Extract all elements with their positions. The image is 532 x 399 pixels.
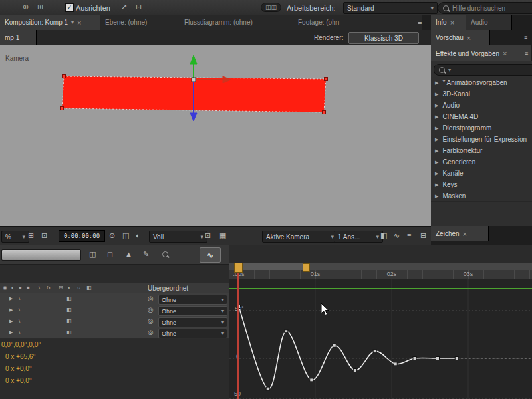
category-animationsvorgaben[interactable]: ▶* Animationsvorgaben	[431, 77, 532, 89]
layer-row[interactable]: ▶ \ ◧ ◎ Ohne ▾	[0, 293, 229, 305]
graph-keyframes[interactable]	[237, 305, 459, 391]
brush-icon[interactable]: ✎	[143, 251, 149, 258]
motion-blur-icon[interactable]: ▲	[125, 251, 132, 258]
close-icon[interactable]: ×	[503, 49, 507, 57]
twirl-icon[interactable]: ▶	[9, 296, 13, 301]
category-expression[interactable]: ▶Einstellungen für Expression	[431, 134, 532, 146]
parent-select[interactable]: Ohne ▾	[158, 329, 227, 338]
twirl-icon[interactable]: ▶	[435, 114, 438, 120]
threed-switch-icon[interactable]: ◧	[66, 319, 72, 324]
viewer-menu-icon[interactable]: ≡	[418, 19, 422, 26]
timeline-search-box[interactable]	[1, 249, 81, 261]
orientation-value[interactable]: 0,0°,0,0°,0,0°	[1, 341, 41, 348]
twirl-icon[interactable]: ▶	[435, 194, 438, 199]
twirl-icon[interactable]: ▶	[435, 171, 438, 176]
parent-select[interactable]: Ohne ▾	[158, 295, 227, 305]
work-area-end-handle[interactable]	[303, 263, 310, 272]
category-keys[interactable]: ▶Keys	[431, 179, 532, 191]
tab-flowchart[interactable]: Flussdiagramm: (ohne)	[180, 15, 303, 30]
pixel-aspect-icon[interactable]: ◧	[380, 232, 387, 239]
close-icon[interactable]: ×	[77, 19, 81, 27]
region-of-interest-icon[interactable]: ⊡	[205, 232, 211, 239]
layer-row[interactable]: ▶ \ ◧ ◎ Ohne ▾	[0, 316, 229, 328]
category-masken[interactable]: ▶Masken	[431, 190, 532, 202]
timeline-button-icon[interactable]: ≡	[407, 232, 411, 239]
z-rotation-value[interactable]: 0 x +0,0°	[5, 377, 32, 384]
twirl-icon[interactable]: ▶	[9, 330, 13, 334]
snapshot-icon[interactable]: ⊙	[109, 232, 115, 239]
align-checkbox[interactable]: ✓	[65, 3, 74, 12]
parent-select[interactable]: Ohne ▾	[158, 317, 227, 327]
flowchart-button-icon[interactable]: ⊟	[420, 232, 426, 239]
zoom-icon[interactable]	[162, 251, 168, 257]
tab-audio[interactable]: Audio	[466, 15, 512, 30]
threed-switch-icon[interactable]: ◧	[66, 307, 72, 313]
channels-icon[interactable]: ◐	[136, 232, 140, 239]
layer-row[interactable]: ▶ \ ◧ ◎ Ohne ▾	[0, 305, 229, 317]
composition-viewport[interactable]: Kamera	[0, 45, 431, 226]
workspace-select[interactable]: Standard ▾	[343, 2, 438, 14]
threed-switch-icon[interactable]: ◧	[66, 296, 72, 301]
twirl-icon[interactable]: ▶	[9, 319, 13, 323]
move-tool-icon[interactable]: ⊕	[23, 3, 29, 11]
close-icon[interactable]: ×	[463, 230, 467, 238]
tab-character[interactable]: Zeichen ×	[431, 226, 489, 241]
comp-mini-flow-icon[interactable]: ◫	[89, 251, 96, 258]
help-search-input[interactable]: Hilfe durchsuchen	[438, 2, 532, 14]
view-layout-select[interactable]: 1 Ans... ▾	[334, 231, 383, 243]
twirl-icon[interactable]: ▶	[435, 92, 438, 97]
z-axis-arrow-green[interactable]	[190, 55, 197, 80]
tab-footage[interactable]: Footage: (ohn	[293, 15, 422, 30]
tab-preview[interactable]: Vorschau ×	[431, 30, 490, 45]
resolution-select[interactable]: Voll ▾	[149, 231, 207, 243]
current-time-indicator[interactable]	[237, 263, 239, 399]
workspace-switcher-icon[interactable]: ◫◫	[261, 3, 281, 12]
mask-target-icon[interactable]: ⊡	[41, 232, 47, 239]
twirl-icon[interactable]: ▶	[9, 307, 13, 312]
category-generieren[interactable]: ▶Generieren	[431, 156, 532, 168]
y-rotation-value[interactable]: 0 x +0,0°	[5, 365, 32, 372]
grid-tool-icon[interactable]: ⊞	[37, 3, 43, 11]
twirl-icon[interactable]: ▶	[435, 126, 438, 131]
category-dienstprogramm[interactable]: ▶Dienstprogramm	[431, 122, 532, 134]
twirl-icon[interactable]: ▶	[435, 182, 438, 188]
cti-head-handle[interactable]	[234, 263, 243, 273]
tab-layer[interactable]: Ebene: (ohne)	[100, 15, 189, 30]
twirl-icon[interactable]: ▶	[435, 103, 438, 108]
zoom-select[interactable]: % ▾	[1, 231, 29, 243]
category-kanaele[interactable]: ▶Kanäle	[431, 168, 532, 180]
twirl-icon[interactable]: ▶	[435, 148, 438, 154]
panel-menu-icon[interactable]: ≡	[524, 35, 527, 41]
graph-editor-button[interactable]: ∿	[200, 247, 221, 263]
work-area-segment[interactable]	[237, 263, 306, 270]
show-snapshot-icon[interactable]: ◫	[122, 232, 129, 239]
tab-composition[interactable]: Komposition: Komp 1 ▾ ×	[0, 15, 110, 30]
close-icon[interactable]: ×	[450, 19, 454, 27]
twirl-icon[interactable]: ▶	[435, 137, 438, 142]
grid-guides-icon[interactable]: ⊞	[28, 232, 34, 239]
transparency-grid-icon[interactable]: ▦	[219, 232, 226, 239]
pickwhip-icon[interactable]: ◎	[148, 295, 154, 302]
camera-view-select[interactable]: Aktive Kamera ▾	[262, 231, 338, 243]
renderer-button[interactable]: Klassisch 3D	[348, 32, 419, 44]
pickwhip-icon[interactable]: ◎	[148, 307, 154, 313]
layer-row[interactable]: ▶ \ ◧ ◎ Ohne ▾	[0, 327, 229, 339]
pickwhip-icon[interactable]: ◎	[148, 318, 154, 325]
twirl-icon[interactable]: ▶	[435, 80, 438, 86]
arrange-windows-icon[interactable]: ↗	[121, 3, 127, 11]
effects-search-input[interactable]: ▾	[434, 64, 532, 76]
time-ruler[interactable]: :00s 01s 02s 03s	[229, 270, 532, 279]
parent-select[interactable]: Ohne ▾	[158, 306, 227, 316]
close-icon[interactable]: ×	[467, 34, 471, 42]
tab-effects-presets[interactable]: Effekte und Vorgaben ×	[431, 45, 531, 61]
category-farbkorrektur[interactable]: ▶Farbkorrektur	[431, 145, 532, 157]
anchor-point[interactable]	[192, 78, 196, 82]
draft-3d-icon[interactable]: ◻	[107, 251, 113, 258]
category-cinema-4d[interactable]: ▶CINEMA 4D	[431, 111, 532, 123]
region-of-interest-icon[interactable]: ⊡	[136, 3, 142, 11]
timecode-field[interactable]: 0:00:00:00	[59, 230, 105, 242]
category-3d-kanal[interactable]: ▶3D-Kanal	[431, 88, 532, 100]
graph-editor[interactable]: 50° 0 -50	[229, 279, 532, 399]
twirl-icon[interactable]: ▶	[435, 160, 438, 165]
panel-menu-icon[interactable]: ≡	[525, 51, 528, 57]
